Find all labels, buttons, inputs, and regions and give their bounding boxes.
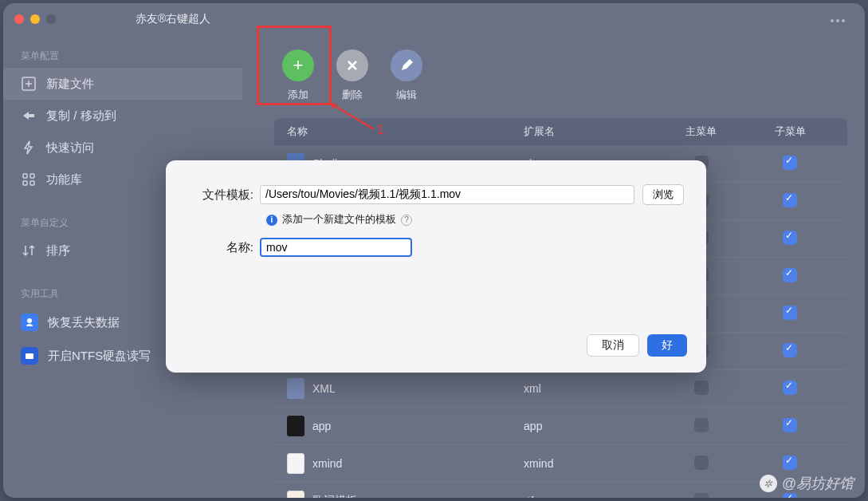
delete-button[interactable]: 删除 — [336, 49, 368, 102]
sub-menu-checkbox[interactable] — [783, 456, 797, 470]
sidebar-item-label: 新建文件 — [46, 77, 94, 92]
name-input[interactable] — [260, 238, 412, 257]
sidebar-item-new-file[interactable]: 新建文件 — [3, 68, 242, 100]
sub-menu-checkbox[interactable] — [783, 306, 797, 320]
help-icon[interactable]: ? — [401, 215, 412, 226]
add-template-dialog: 文件模板: 浏览 i 添加一个新建文件的模板 ? 名称: 取消 好 — [166, 160, 706, 373]
minimize-icon[interactable] — [30, 14, 40, 24]
main-menu-checkbox[interactable] — [694, 381, 709, 395]
helper-row: i 添加一个新建文件的模板 ? — [266, 213, 684, 227]
svg-rect-1 — [23, 174, 27, 178]
table-row[interactable]: XMLxml — [274, 370, 847, 408]
plus-icon: + — [282, 49, 314, 81]
svg-point-5 — [27, 318, 32, 323]
app-title: 赤友®右键超人 — [136, 12, 210, 26]
toolbar: + 添加 删除 编辑 — [242, 35, 865, 113]
cell-name: xmind — [312, 457, 342, 470]
sort-icon — [21, 243, 37, 258]
template-path-input[interactable] — [260, 185, 634, 204]
paw-icon: ✲ — [760, 475, 777, 492]
th-main: 主菜单 — [657, 124, 745, 139]
recover-icon — [21, 314, 38, 331]
titlebar: 赤友®右键超人 — [3, 3, 865, 35]
cell-ext: xml — [524, 382, 657, 395]
svg-rect-4 — [30, 181, 34, 185]
grid-icon — [21, 172, 37, 187]
info-icon: i — [266, 215, 277, 226]
table-header: 名称 扩展名 主菜单 子菜单 — [274, 118, 847, 145]
sub-menu-checkbox[interactable] — [783, 343, 797, 357]
sidebar-item-label: 开启NTFS硬盘读写 — [48, 349, 151, 364]
lightning-icon — [21, 140, 37, 156]
sub-menu-checkbox[interactable] — [783, 193, 797, 207]
file-icon — [287, 491, 304, 498]
sub-menu-checkbox[interactable] — [783, 156, 797, 170]
cell-name: app — [312, 420, 331, 432]
helper-text: 添加一个新建文件的模板 — [282, 213, 396, 227]
x-icon — [336, 49, 368, 81]
sub-menu-checkbox[interactable] — [783, 418, 797, 432]
edit-button[interactable]: 编辑 — [391, 49, 422, 102]
sub-menu-checkbox[interactable] — [783, 268, 797, 282]
watermark: ✲ @易坊好馆 — [760, 474, 854, 493]
svg-rect-3 — [23, 181, 27, 185]
svg-rect-6 — [26, 353, 33, 359]
cell-name: 歌词模板 — [312, 494, 357, 498]
sidebar-item-label: 排序 — [46, 243, 70, 258]
sub-menu-checkbox[interactable] — [783, 493, 797, 499]
sidebar-item-label: 复制 / 移动到 — [46, 108, 116, 124]
main-menu-checkbox[interactable] — [694, 418, 709, 432]
plus-square-icon — [21, 76, 37, 92]
maximize-icon[interactable] — [46, 14, 56, 24]
th-sub: 子菜单 — [746, 124, 835, 139]
cell-ext: xmind — [524, 457, 657, 470]
sidebar-item-label: 快速访问 — [46, 140, 94, 156]
cell-name: XML — [312, 382, 336, 395]
copy-arrow-icon — [21, 108, 37, 124]
name-label: 名称: — [188, 240, 260, 255]
traffic-lights — [14, 14, 56, 24]
app-window: 赤友®右键超人 菜单配置 新建文件 复制 / 移动到 快 — [3, 3, 865, 498]
sidebar-item-label: 功能库 — [46, 172, 82, 187]
add-button[interactable]: + 添加 — [282, 49, 314, 102]
th-ext: 扩展名 — [524, 124, 657, 139]
main-menu-checkbox[interactable] — [694, 456, 709, 470]
ok-button[interactable]: 好 — [647, 334, 687, 357]
sub-menu-checkbox[interactable] — [783, 231, 797, 245]
th-name: 名称 — [287, 124, 524, 139]
close-icon[interactable] — [14, 14, 24, 24]
sidebar-item-label: 恢复丢失数据 — [48, 315, 120, 330]
main-menu-checkbox[interactable] — [694, 493, 709, 499]
table-row[interactable]: appapp — [274, 408, 847, 445]
cancel-button[interactable]: 取消 — [587, 334, 639, 357]
sidebar-item-quick-access[interactable]: 快速访问 — [3, 132, 242, 164]
pencil-icon — [391, 49, 422, 81]
cell-ext: app — [524, 420, 657, 432]
sidebar-item-copy-move[interactable]: 复制 / 移动到 — [3, 100, 242, 132]
cell-ext: rtf — [524, 495, 657, 498]
file-icon — [287, 378, 304, 399]
file-icon — [287, 416, 304, 436]
browse-button[interactable]: 浏览 — [642, 184, 684, 205]
sub-menu-checkbox[interactable] — [783, 381, 797, 395]
more-icon[interactable] — [825, 14, 850, 27]
section-label-menu: 菜单配置 — [3, 43, 242, 68]
svg-rect-2 — [30, 174, 34, 178]
template-label: 文件模板: — [188, 187, 260, 203]
file-icon — [287, 453, 304, 474]
ntfs-icon — [21, 347, 38, 365]
